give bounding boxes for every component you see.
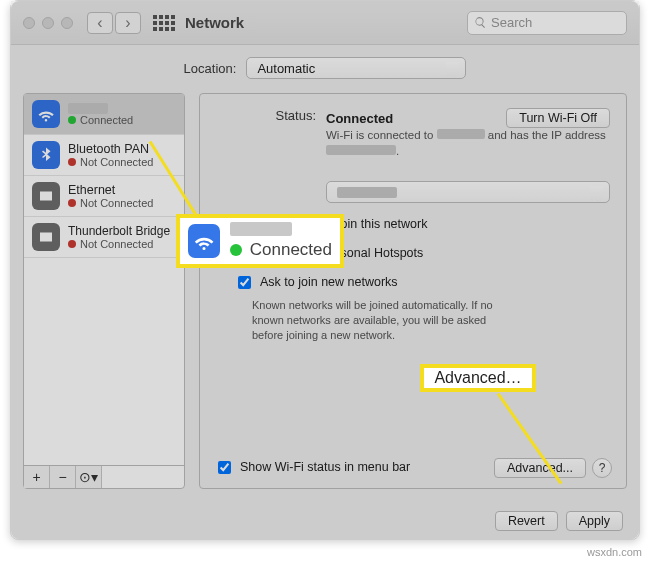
ask-hotspot-checkbox[interactable]: Ask to join Personal Hotspots [234, 246, 610, 263]
chevron-updown-icon: ▲▼ [593, 185, 602, 201]
sidebar-item-thunderbolt[interactable]: Thunderbolt Bridge Not Connected [24, 217, 184, 258]
sidebar-item-status: Not Connected [68, 156, 153, 168]
network-name-value [337, 187, 397, 198]
location-dropdown[interactable]: Automatic ▲▼ [246, 57, 466, 79]
attribution: wsxdn.com [587, 546, 642, 558]
wifi-icon [32, 100, 60, 128]
sidebar-footer: + − ⊙▾ [24, 465, 184, 488]
sidebar-item-status: Not Connected [68, 197, 153, 209]
thunderbolt-icon [32, 223, 60, 251]
status-dot-icon [68, 240, 76, 248]
sidebar-item-wifi[interactable]: Connected [24, 94, 184, 135]
show-menubar-checkbox[interactable]: Show Wi-Fi status in menu bar [214, 460, 410, 477]
add-service-button[interactable]: + [24, 466, 50, 488]
search-input[interactable]: Search [467, 11, 627, 35]
service-actions-button[interactable]: ⊙▾ [76, 466, 102, 488]
ethernet-icon [32, 182, 60, 210]
sidebar-item-ethernet[interactable]: Ethernet Not Connected [24, 176, 184, 217]
help-button[interactable]: ? [592, 458, 612, 478]
apply-button[interactable]: Apply [566, 511, 623, 531]
window-title: Network [185, 14, 244, 31]
forward-button[interactable]: › [115, 12, 141, 34]
sidebar-item-status: Connected [68, 114, 133, 126]
turn-wifi-off-button[interactable]: Turn Wi-Fi Off [506, 108, 610, 128]
network-name-dropdown[interactable]: ▲▼ [326, 181, 610, 203]
sidebar-item-name: Bluetooth PAN [68, 142, 153, 156]
search-icon [474, 16, 487, 29]
sidebar-item-name: Thunderbolt Bridge [68, 224, 170, 238]
grid-icon[interactable] [153, 12, 175, 34]
sidebar-item-name [68, 103, 108, 114]
minimize-icon[interactable] [42, 17, 54, 29]
revert-button[interactable]: Revert [495, 511, 558, 531]
detail-panel: Status: Connected Turn Wi-Fi Off Wi-Fi i… [199, 93, 627, 489]
bluetooth-icon [32, 141, 60, 169]
service-list: Connected Bluetooth PAN Not Connected Et… [23, 93, 185, 489]
titlebar: ‹ › Network Search [11, 1, 639, 45]
status-dot-icon [68, 199, 76, 207]
back-button[interactable]: ‹ [87, 12, 113, 34]
status-value: Connected [326, 111, 393, 126]
status-dot-icon [68, 116, 76, 124]
location-label: Location: [184, 61, 237, 76]
join-note: Known networks will be joined automatica… [252, 298, 512, 343]
status-label: Status: [216, 108, 316, 159]
zoom-icon[interactable] [61, 17, 73, 29]
auto-join-checkbox[interactable]: Automatically join this network [234, 217, 610, 234]
location-value: Automatic [257, 61, 315, 76]
advanced-button[interactable]: Advanced... [494, 458, 586, 478]
close-icon[interactable] [23, 17, 35, 29]
ask-new-checkbox[interactable]: Ask to join new networks [234, 275, 610, 292]
sidebar-item-name: Ethernet [68, 183, 153, 197]
sidebar-item-status: Not Connected [68, 238, 170, 250]
window-controls [23, 17, 73, 29]
chevron-updown-icon: ▲▼ [449, 61, 458, 77]
search-placeholder: Search [491, 15, 532, 30]
status-description: Wi-Fi is connected to and has the IP add… [326, 128, 610, 159]
status-dot-icon [68, 158, 76, 166]
remove-service-button[interactable]: − [50, 466, 76, 488]
